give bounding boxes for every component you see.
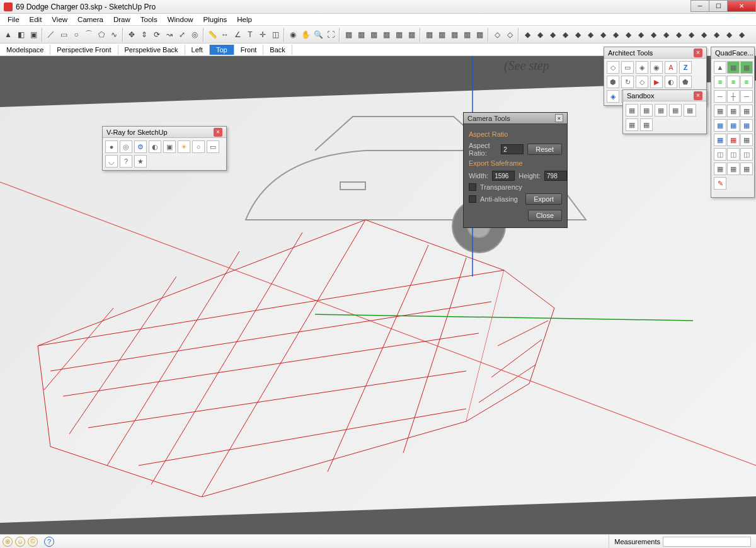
vray-dome-icon[interactable]: ◡ xyxy=(105,155,118,168)
arch-icon[interactable]: ◉ xyxy=(650,61,663,74)
arch-icon[interactable]: ◈ xyxy=(607,90,619,103)
protractor-icon[interactable]: ∠ xyxy=(232,29,243,40)
status-person-icon[interactable]: ☺ xyxy=(15,537,25,547)
right-icon[interactable]: ▦ xyxy=(381,29,392,40)
rect-icon[interactable]: ▭ xyxy=(58,29,69,40)
plugin-icon[interactable]: ◆ xyxy=(711,29,722,40)
qf-icon[interactable]: ▦ xyxy=(740,134,753,146)
minimize-button[interactable]: ─ xyxy=(690,0,709,12)
plugin-icon[interactable]: ◆ xyxy=(547,29,558,40)
plugin-icon[interactable]: ◆ xyxy=(648,29,659,40)
vray-help-icon[interactable]: ? xyxy=(120,155,132,168)
qf-icon[interactable]: ▦ xyxy=(727,61,740,74)
plugin-icon[interactable]: ◆ xyxy=(585,29,596,40)
pushpull-icon[interactable]: ⇕ xyxy=(139,29,150,40)
height-input[interactable] xyxy=(544,171,567,181)
scene-tab-perspective-front[interactable]: Perspective Front xyxy=(50,45,118,55)
qf-pencil-icon[interactable]: ✎ xyxy=(714,177,726,190)
vray-panel[interactable]: V-Ray for SketchUp × ● ◎ ⚙ ◐ ▣ ☀ ○ ▭ ◡ ?… xyxy=(102,126,227,171)
front-icon[interactable]: ▦ xyxy=(368,29,379,40)
plugin-icon[interactable]: ◆ xyxy=(622,29,634,40)
menu-tools[interactable]: Tools xyxy=(135,14,163,25)
plugin-icon[interactable]: ◆ xyxy=(635,29,646,40)
plugin-icon[interactable]: ◆ xyxy=(723,29,735,40)
menu-window[interactable]: Window xyxy=(163,14,198,25)
sandbox-icon[interactable]: ▦ xyxy=(640,104,653,117)
qf-icon[interactable]: ┼ xyxy=(727,90,740,103)
zoom-icon[interactable]: 🔍 xyxy=(312,29,324,40)
maximize-button[interactable]: ☐ xyxy=(709,0,728,12)
arch-icon[interactable]: ▶ xyxy=(650,76,663,88)
arc-icon[interactable]: ⌒ xyxy=(83,29,94,40)
qf-icon[interactable]: ▦ xyxy=(714,119,726,132)
qf-icon[interactable]: ▦ xyxy=(714,134,726,146)
reset-button[interactable]: Reset xyxy=(527,144,562,155)
move-icon[interactable]: ✥ xyxy=(126,29,137,40)
iso-icon[interactable]: ▦ xyxy=(343,29,354,40)
xray-icon[interactable]: ◇ xyxy=(491,29,503,40)
vray-material-icon[interactable]: ◐ xyxy=(149,140,161,153)
qf-icon[interactable]: ▦ xyxy=(727,119,740,132)
back-icon[interactable]: ▦ xyxy=(393,29,404,40)
qf-icon[interactable]: ≡ xyxy=(740,76,753,88)
eraser-icon[interactable]: ◧ xyxy=(15,29,26,40)
zoomext-icon[interactable]: ⛶ xyxy=(325,29,336,40)
menu-file[interactable]: File xyxy=(3,14,25,25)
sandbox-icon[interactable]: ▦ xyxy=(655,104,667,117)
freehand-icon[interactable]: ∿ xyxy=(108,29,120,40)
architect-tools-close[interactable]: × xyxy=(694,49,702,57)
scene-tab-front[interactable]: Front xyxy=(234,45,264,55)
sandbox-icon[interactable]: ▦ xyxy=(626,104,638,117)
plugin-icon[interactable]: ◆ xyxy=(534,29,546,40)
qf-icon[interactable]: ▦ xyxy=(714,105,726,117)
menu-edit[interactable]: Edit xyxy=(25,14,47,25)
scene-tab-modelspace[interactable]: Modelspace xyxy=(0,45,50,55)
pan-icon[interactable]: ✋ xyxy=(300,29,311,40)
line-icon[interactable]: ／ xyxy=(45,29,57,40)
arch-icon[interactable]: ⬟ xyxy=(679,76,692,88)
status-geo-icon[interactable]: ⊕ xyxy=(3,537,13,547)
plugin-icon[interactable]: ◆ xyxy=(673,29,684,40)
top-icon[interactable]: ▦ xyxy=(355,29,367,40)
menu-plugins[interactable]: Plugins xyxy=(198,14,232,25)
qf-select-icon[interactable]: ▲ xyxy=(714,61,726,74)
sandbox-icon[interactable]: ▦ xyxy=(626,118,638,131)
vray-plane-icon[interactable]: ▭ xyxy=(207,140,219,153)
backedge-icon[interactable]: ◇ xyxy=(504,29,515,40)
left-icon[interactable]: ▦ xyxy=(406,29,417,40)
arch-icon[interactable]: ⬢ xyxy=(607,76,619,88)
camera-tools-close[interactable]: × xyxy=(555,114,563,122)
arch-icon[interactable]: ▭ xyxy=(621,61,634,74)
scene-tab-left[interactable]: Left xyxy=(185,45,210,55)
plugin-icon[interactable]: ◆ xyxy=(610,29,621,40)
arch-icon[interactable]: ↻ xyxy=(621,76,634,88)
sandbox-icon[interactable]: ▦ xyxy=(640,118,653,131)
shadedtex-icon[interactable]: ▦ xyxy=(461,29,472,40)
qf-icon[interactable]: ▦ xyxy=(727,134,740,146)
qf-icon[interactable]: ▦ xyxy=(740,163,753,175)
qf-icon[interactable]: ─ xyxy=(714,90,726,103)
axes-icon[interactable]: ✛ xyxy=(257,29,268,40)
orbit-icon[interactable]: ◉ xyxy=(287,29,299,40)
sandbox-icon[interactable]: ▦ xyxy=(669,104,682,117)
offset-icon[interactable]: ◎ xyxy=(189,29,200,40)
qf-icon[interactable]: ▦ xyxy=(740,61,753,74)
text-icon[interactable]: T xyxy=(244,29,256,40)
plugin-icon[interactable]: ◆ xyxy=(660,29,672,40)
arch-icon[interactable]: ◈ xyxy=(636,61,648,74)
vray-rtrender-icon[interactable]: ◎ xyxy=(120,140,132,153)
polygon-icon[interactable]: ⬠ xyxy=(96,29,107,40)
qf-icon[interactable]: ▦ xyxy=(714,163,726,175)
arch-icon[interactable]: ◐ xyxy=(665,76,677,88)
scene-tab-top[interactable]: Top xyxy=(210,45,234,55)
vray-framebuffer-icon[interactable]: ▣ xyxy=(163,140,176,153)
circle-icon[interactable]: ○ xyxy=(71,29,82,40)
scene-tab-perspektive-back[interactable]: Perspektive Back xyxy=(118,45,185,55)
quadface-panel[interactable]: QuadFace... ▲ ▦ ▦ ≡ ≡ ≡ ─ ┼ ─ ▦ ▦ ▦ ▦ ▦ … xyxy=(711,47,755,198)
plugin-icon[interactable]: ◆ xyxy=(572,29,583,40)
wireframe-icon[interactable]: ▦ xyxy=(423,29,435,40)
export-button[interactable]: Export xyxy=(525,193,562,205)
qf-icon[interactable]: ≡ xyxy=(727,76,740,88)
dimension-icon[interactable]: ↔ xyxy=(219,29,231,40)
menu-view[interactable]: View xyxy=(47,14,72,25)
